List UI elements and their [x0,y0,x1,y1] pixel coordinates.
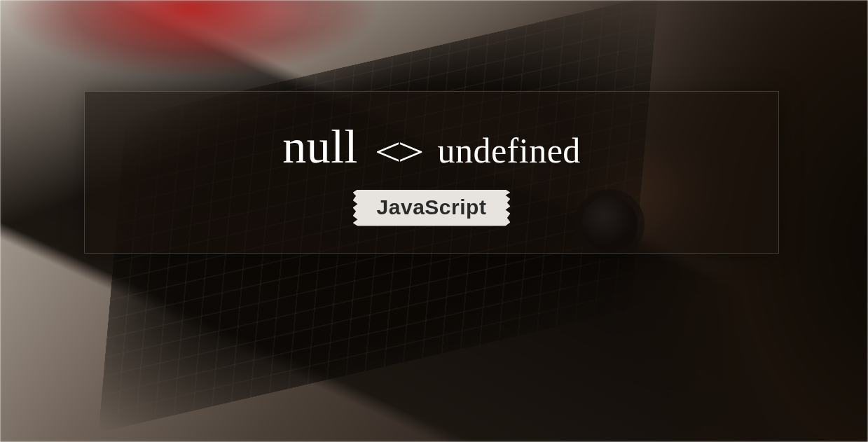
headline-row: null <> undefined [282,119,581,174]
not-equal-icon: <> [375,128,421,175]
headline-word-undefined: undefined [437,130,580,171]
title-banner: null <> undefined JavaScript [84,91,779,254]
language-tag: JavaScript [353,190,511,226]
headline-word-null: null [282,119,358,174]
